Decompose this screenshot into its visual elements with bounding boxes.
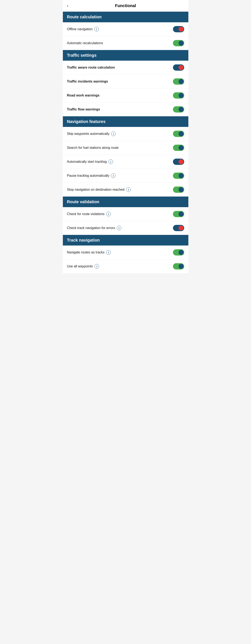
info-icon-check-route-violations[interactable]: i: [106, 212, 111, 216]
rows-block-track-navigation: Navigate routes as tracksiUse all waypoi…: [63, 246, 188, 273]
section-navigation-features: Navigation featuresSkip waypoints automa…: [63, 116, 188, 196]
page-title: Functional: [115, 3, 136, 8]
setting-label-automatic-recalculations: Automatic recalculations: [67, 41, 103, 46]
toggle-knob-automatically-start-tracklog: [179, 159, 184, 164]
back-button[interactable]: ‹: [67, 3, 68, 8]
setting-left-check-track-navigation-errors: Check track navigation for errorsi: [67, 226, 173, 230]
toggle-knob-skip-waypoints-automatically: [179, 131, 184, 136]
setting-left-use-all-waypoints: Use all waypointsi: [67, 264, 173, 269]
toggle-use-all-waypoints[interactable]: [173, 263, 184, 270]
section-title-traffic-settings: Traffic settings: [67, 53, 97, 58]
toggle-traffic-aware-route-calculation[interactable]: [173, 64, 184, 71]
setting-row-offline-navigation: Offline navigationi: [63, 22, 188, 36]
setting-left-traffic-aware-route-calculation: Traffic aware route calculation: [67, 66, 173, 70]
section-track-navigation: Track navigationNavigate routes as track…: [63, 235, 188, 273]
section-route-calculation: Route calculationOffline navigationiAuto…: [63, 12, 188, 50]
setting-label-traffic-incidents-warnings: Traffic incidents warnings: [67, 80, 108, 84]
rows-block-route-calculation: Offline navigationiAutomatic recalculati…: [63, 22, 188, 50]
info-icon-use-all-waypoints[interactable]: i: [94, 264, 99, 269]
setting-row-automatically-start-tracklog: Automatically start tracklogi: [63, 155, 188, 169]
toggle-check-route-violations[interactable]: [173, 211, 184, 217]
app-container: ‹ Functional Route calculationOffline na…: [63, 0, 188, 273]
setting-label-search-fuel-stations: Search for fuel stations along route: [67, 146, 119, 150]
toggle-knob-search-fuel-stations: [179, 145, 184, 150]
toggle-knob-traffic-flow-warnings: [179, 107, 184, 112]
setting-left-check-route-violations: Check for route violationsi: [67, 212, 173, 216]
setting-row-traffic-aware-route-calculation: Traffic aware route calculation: [63, 61, 188, 74]
section-header-route-validation: Route validation: [63, 196, 188, 207]
toggle-knob-offline-navigation: [179, 27, 184, 32]
setting-left-navigate-routes-as-tracks: Navigate routes as tracksi: [67, 250, 173, 255]
setting-label-automatically-start-tracklog: Automatically start tracklog: [67, 160, 107, 164]
setting-left-traffic-flow-warnings: Traffic flow warnings: [67, 107, 173, 112]
info-icon-offline-navigation[interactable]: i: [94, 27, 99, 32]
setting-row-check-route-violations: Check for route violationsi: [63, 207, 188, 221]
setting-left-skip-waypoints-automatically: Skip waypoints automaticallyi: [67, 132, 173, 136]
section-title-track-navigation: Track navigation: [67, 238, 100, 242]
setting-left-traffic-incidents-warnings: Traffic incidents warnings: [67, 80, 173, 84]
setting-row-check-track-navigation-errors: Check track navigation for errorsi: [63, 221, 188, 235]
setting-row-pause-tracklog-automatically: Pause tracklog automaticallyi: [63, 169, 188, 183]
toggle-check-track-navigation-errors[interactable]: [173, 225, 184, 231]
toggle-knob-traffic-aware-route-calculation: [179, 65, 184, 70]
toggle-skip-waypoints-automatically[interactable]: [173, 131, 184, 137]
setting-row-traffic-flow-warnings: Traffic flow warnings: [63, 102, 188, 116]
setting-label-traffic-flow-warnings: Traffic flow warnings: [67, 107, 100, 112]
setting-label-check-track-navigation-errors: Check track navigation for errors: [67, 226, 115, 230]
toggle-knob-use-all-waypoints: [179, 264, 184, 269]
setting-left-search-fuel-stations: Search for fuel stations along route: [67, 146, 173, 150]
setting-label-offline-navigation: Offline navigation: [67, 27, 93, 32]
setting-left-pause-tracklog-automatically: Pause tracklog automaticallyi: [67, 174, 173, 178]
rows-block-traffic-settings: Traffic aware route calculationTraffic i…: [63, 61, 188, 116]
setting-row-use-all-waypoints: Use all waypointsi: [63, 260, 188, 273]
section-header-traffic-settings: Traffic settings: [63, 50, 188, 61]
setting-label-road-work-warnings: Road work warnings: [67, 93, 99, 98]
setting-label-check-route-violations: Check for route violations: [67, 212, 105, 216]
setting-row-navigate-routes-as-tracks: Navigate routes as tracksi: [63, 246, 188, 260]
setting-left-road-work-warnings: Road work warnings: [67, 93, 173, 98]
toggle-automatically-start-tracklog[interactable]: [173, 158, 184, 165]
setting-left-offline-navigation: Offline navigationi: [67, 27, 173, 32]
toggle-navigate-routes-as-tracks[interactable]: [173, 249, 184, 256]
toggle-search-fuel-stations[interactable]: [173, 145, 184, 151]
setting-row-road-work-warnings: Road work warnings: [63, 88, 188, 102]
section-header-navigation-features: Navigation features: [63, 116, 188, 127]
setting-label-use-all-waypoints: Use all waypoints: [67, 264, 93, 269]
section-title-navigation-features: Navigation features: [67, 119, 106, 124]
toggle-knob-navigate-routes-as-tracks: [179, 250, 184, 255]
setting-left-stop-navigation-destination: Stop navigation on destination reachedi: [67, 187, 173, 192]
toggle-traffic-incidents-warnings[interactable]: [173, 78, 184, 84]
toggle-stop-navigation-destination[interactable]: [173, 186, 184, 193]
toggle-knob-check-track-navigation-errors: [179, 226, 184, 230]
toggle-traffic-flow-warnings[interactable]: [173, 106, 184, 112]
info-icon-skip-waypoints-automatically[interactable]: i: [111, 132, 116, 136]
rows-block-navigation-features: Skip waypoints automaticallyiSearch for …: [63, 127, 188, 196]
toggle-automatic-recalculations[interactable]: [173, 40, 184, 46]
section-route-validation: Route validationCheck for route violatio…: [63, 196, 188, 235]
info-icon-pause-tracklog-automatically[interactable]: i: [111, 174, 115, 178]
rows-block-route-validation: Check for route violationsiCheck track n…: [63, 207, 188, 235]
setting-label-traffic-aware-route-calculation: Traffic aware route calculation: [67, 66, 115, 70]
setting-row-skip-waypoints-automatically: Skip waypoints automaticallyi: [63, 127, 188, 141]
setting-row-search-fuel-stations: Search for fuel stations along route: [63, 141, 188, 155]
toggle-road-work-warnings[interactable]: [173, 92, 184, 98]
sections-container: Route calculationOffline navigationiAuto…: [63, 12, 188, 273]
setting-label-skip-waypoints-automatically: Skip waypoints automatically: [67, 132, 110, 136]
toggle-knob-traffic-incidents-warnings: [179, 79, 184, 84]
section-header-track-navigation: Track navigation: [63, 235, 188, 246]
info-icon-automatically-start-tracklog[interactable]: i: [108, 160, 113, 164]
toggle-offline-navigation[interactable]: [173, 26, 184, 32]
info-icon-navigate-routes-as-tracks[interactable]: i: [106, 250, 111, 255]
info-icon-check-track-navigation-errors[interactable]: i: [117, 226, 121, 230]
header: ‹ Functional: [63, 0, 188, 12]
toggle-knob-check-route-violations: [179, 212, 184, 216]
setting-row-stop-navigation-destination: Stop navigation on destination reachedi: [63, 183, 188, 196]
section-header-route-calculation: Route calculation: [63, 12, 188, 22]
section-title-route-calculation: Route calculation: [67, 14, 102, 19]
toggle-knob-automatic-recalculations: [179, 41, 184, 46]
setting-label-navigate-routes-as-tracks: Navigate routes as tracks: [67, 250, 105, 255]
info-icon-stop-navigation-destination[interactable]: i: [126, 187, 131, 192]
setting-left-automatically-start-tracklog: Automatically start tracklogi: [67, 160, 173, 164]
section-traffic-settings: Traffic settingsTraffic aware route calc…: [63, 50, 188, 116]
toggle-pause-tracklog-automatically[interactable]: [173, 172, 184, 179]
